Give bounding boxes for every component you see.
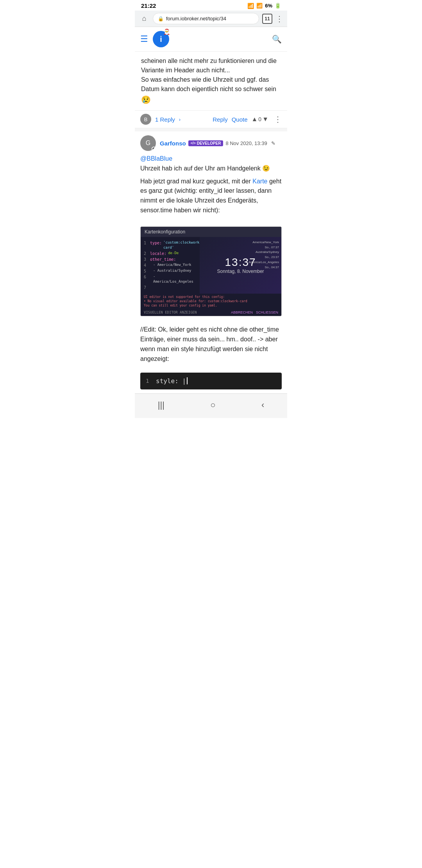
prev-post-text: scheinen alle nicht mehr zu funktioniere…: [135, 52, 287, 110]
mention[interactable]: @BBlaBlue: [140, 155, 172, 162]
vote-up-button[interactable]: ▲: [252, 116, 258, 123]
site-header: ☰ i 🎅 🔍: [135, 27, 287, 52]
world-clock-3-label: America/Los_Angeles: [249, 260, 279, 265]
post-meta: Garfonso </> DEVELOPER 8 Nov 2020, 13:39…: [160, 140, 275, 147]
prev-post-actions: B 1 Reply › Reply Quote ▲ 0 ▼ ⋮: [135, 110, 287, 128]
edit-text: //Edit: Ok, leider geht es nicht ohne di…: [135, 320, 287, 368]
world-clock-1-time: So., 07:37: [249, 245, 279, 250]
world-clock-1-label: America/New_York: [249, 240, 279, 245]
page-content: scheinen alle nicht mehr zu funktioniere…: [135, 52, 287, 389]
time: 21:22: [141, 2, 156, 9]
screenshot-card: Kartenkonfiguration 1type: 'custom:clock…: [140, 226, 282, 317]
prev-post-text1: scheinen alle nicht mehr zu funktioniere…: [141, 57, 277, 74]
cursor: [187, 377, 188, 384]
clock-side: America/New_York So., 07:37 Australia/Sy…: [200, 237, 281, 294]
world-clock-2-time: So., 23:37: [249, 255, 279, 260]
card-content: 1type: 'custom:clockwork-card' 2locale: …: [141, 237, 281, 294]
code-line-number: 1: [146, 378, 151, 384]
post-body: @BBlaBlue Uhrzeit hab ich auf der Uhr am…: [135, 154, 287, 222]
quote-button[interactable]: Quote: [232, 116, 248, 123]
browser-menu-button[interactable]: ⋮: [275, 14, 283, 23]
logo-hat: 🎅: [163, 29, 170, 35]
url-text: forum.iobroker.net/topic/34: [166, 16, 226, 22]
post-date: 8 Nov 2020, 13:39: [225, 140, 267, 146]
world-clocks: America/New_York So., 07:37 Australia/Sy…: [249, 240, 279, 270]
post-header: G Garfonso </> DEVELOPER 8 Nov 2020, 13:…: [135, 131, 287, 154]
vote-area: ▲ 0 ▼: [252, 116, 268, 123]
nav-back-button[interactable]: ‹: [254, 398, 272, 412]
site-logo: i 🎅: [153, 31, 169, 47]
code-block: 1 style: |: [140, 373, 282, 389]
vote-count: 0: [258, 116, 261, 122]
lock-icon: 🔒: [158, 16, 164, 22]
hamburger-menu-button[interactable]: ☰: [140, 34, 148, 44]
world-clock-2-label: Australia/Sydney: [249, 250, 279, 255]
reply-arrow: ›: [179, 117, 181, 122]
url-bar[interactable]: 🔒 forum.iobroker.net/topic/34: [153, 13, 259, 24]
visual-editor-link[interactable]: VISUELLEN EDITOR ANZEIGEN: [144, 310, 197, 314]
username[interactable]: Garfonso: [160, 140, 186, 147]
card-title: Kartenkonfiguration: [141, 227, 281, 237]
tab-count[interactable]: 11: [262, 14, 272, 24]
browser-bar: ⌂ 🔒 forum.iobroker.net/topic/34 11 ⋮: [135, 11, 287, 27]
more-options-button[interactable]: ⋮: [274, 115, 282, 124]
card-warning: UI editor is not supported for this conf…: [141, 294, 281, 309]
wifi-icon: 📶: [247, 3, 254, 9]
prev-post-emoji: 😢: [141, 95, 151, 104]
battery-icon: 🔋: [275, 3, 281, 9]
vote-down-button[interactable]: ▼: [262, 116, 268, 123]
edit-icon: ✎: [271, 140, 275, 146]
battery-percent: 6%: [265, 3, 272, 9]
home-button[interactable]: ⌂: [139, 13, 150, 24]
nav-home-button[interactable]: ○: [202, 398, 223, 412]
code-side: 1type: 'custom:clockwork-card' 2locale: …: [141, 237, 200, 294]
nav-menu-button[interactable]: |||: [150, 398, 172, 412]
avatar: G: [140, 135, 156, 151]
card-footer: VISUELLEN EDITOR ANZEIGEN ABBRECHEN SCHL…: [141, 309, 281, 316]
post-text2: Hab jetzt grad mal kurz geguckt, mit der: [140, 178, 252, 185]
card-cancel-button[interactable]: ABBRECHEN: [231, 310, 253, 314]
avatar: B: [140, 114, 151, 125]
post-separator: [135, 128, 287, 131]
online-indicator: [152, 147, 156, 151]
reply-button[interactable]: Reply: [213, 116, 227, 123]
bottom-nav: ||| ○ ‹: [135, 393, 287, 418]
reply-count[interactable]: 1 Reply: [155, 116, 175, 123]
code-content: style: |: [156, 377, 186, 385]
developer-badge: </> DEVELOPER: [188, 140, 224, 146]
status-bar: 21:22 📶 📶 6% 🔋: [135, 0, 287, 11]
signal-icon: 📶: [256, 3, 263, 9]
card-close-button[interactable]: SCHLIESSEN: [256, 310, 278, 314]
search-icon[interactable]: 🔍: [272, 34, 282, 44]
prev-post-text2: So was einfaches wie die Uhrzeit und ggf…: [141, 76, 276, 92]
karte-link[interactable]: Karte: [252, 178, 267, 185]
post-text1: Uhrzeit hab ich auf der Uhr am Handgelen…: [140, 165, 270, 172]
world-clock-3-time: So., 04:37: [249, 265, 279, 270]
